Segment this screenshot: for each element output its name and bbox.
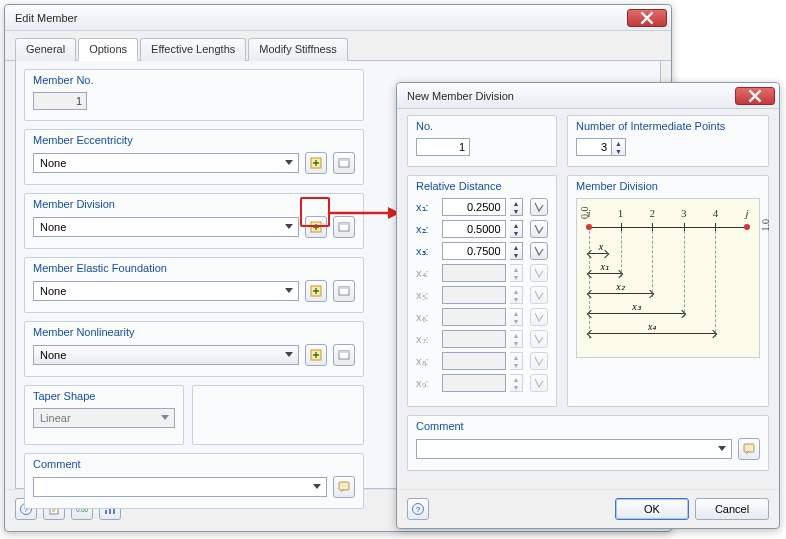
relative-distance-row: x₈:▲▼	[416, 352, 548, 370]
intermediate-legend: Number of Intermediate Points	[576, 120, 760, 132]
nonlinearity-legend: Member Nonlinearity	[33, 326, 355, 338]
relative-distance-field	[442, 374, 506, 392]
division-new-button[interactable]	[305, 216, 327, 238]
new-division-titlebar: New Member Division	[397, 83, 779, 109]
relative-distance-field	[442, 352, 506, 370]
relative-distance-row: x₁:▲▼	[416, 198, 548, 216]
relative-distance-row: x₃:▲▼	[416, 242, 548, 260]
relative-distance-label: x₉:	[416, 377, 438, 390]
cancel-button[interactable]: Cancel	[695, 498, 769, 520]
tab-modify-stiffness[interactable]: Modify Stiffness	[248, 38, 347, 61]
relative-distance-pick-button	[530, 330, 548, 348]
relative-distance-pick-button	[530, 286, 548, 304]
relative-distance-spinner: ▲▼	[510, 374, 524, 392]
new-division-footer: ? OK Cancel	[397, 489, 779, 528]
new-division-title-text: New Member Division	[407, 90, 514, 102]
elastic-library-button[interactable]	[333, 280, 355, 302]
ok-button[interactable]: OK	[615, 498, 689, 520]
relative-distance-pick-button	[530, 308, 548, 326]
group-nonlinearity: Member Nonlinearity None	[24, 321, 364, 377]
relative-distance-pick-button	[530, 352, 548, 370]
elastic-combo[interactable]: None	[33, 281, 299, 301]
division-comment-combo[interactable]	[416, 439, 732, 459]
chevron-down-icon	[282, 348, 296, 362]
division-preview-legend: Member Division	[576, 180, 760, 192]
relative-distance-row: x₉:▲▼	[416, 374, 548, 392]
nonlinearity-value: None	[40, 349, 66, 361]
relative-distance-spinner[interactable]: ▲▼	[510, 242, 524, 260]
relative-distance-pick-button[interactable]	[530, 220, 548, 238]
relative-distance-spinner[interactable]: ▲▼	[510, 198, 524, 216]
intermediate-count-field[interactable]	[576, 138, 612, 156]
division-combo[interactable]: None	[33, 217, 299, 237]
eccentricity-library-button[interactable]	[333, 152, 355, 174]
help-button[interactable]: ?	[407, 498, 429, 520]
chevron-down-icon	[310, 480, 324, 494]
preview-dim-x2: x₂	[616, 281, 624, 292]
nonlinearity-library-button[interactable]	[333, 344, 355, 366]
new-division-body: No. Number of Intermediate Points ▲▼ Rel…	[397, 109, 779, 489]
group-elastic: Member Elastic Foundation None	[24, 257, 364, 313]
division-value: None	[40, 221, 66, 233]
preview-dim-x1: x₁	[601, 261, 609, 272]
taper-combo: Linear	[33, 408, 175, 428]
relative-distance-label: x₁:	[416, 201, 438, 214]
svg-rect-12	[339, 482, 349, 490]
relative-distance-spinner: ▲▼	[510, 308, 524, 326]
relative-distance-label: x₃:	[416, 245, 438, 258]
division-preview: i 1 2 3 4 j 0.0 1.0	[576, 198, 760, 358]
svg-rect-11	[339, 351, 349, 353]
tab-strip: General Options Effective Lengths Modify…	[5, 31, 671, 61]
division-comment-legend: Comment	[416, 420, 760, 432]
preview-node-4: 4	[713, 207, 719, 219]
preview-dim-x4: x₄	[648, 321, 656, 332]
preview-dim-x3: x₃	[632, 301, 640, 312]
relative-distance-pick-button[interactable]	[530, 242, 548, 260]
relative-distance-row: x₅:▲▼	[416, 286, 548, 304]
relative-distance-field[interactable]	[442, 220, 506, 238]
relative-distance-pick-button	[530, 374, 548, 392]
division-library-button[interactable]	[333, 216, 355, 238]
eccentricity-new-button[interactable]	[305, 152, 327, 174]
relative-distance-spinner[interactable]: ▲▼	[510, 220, 524, 238]
relative-distance-row: x₇:▲▼	[416, 330, 548, 348]
svg-rect-17	[105, 510, 107, 514]
svg-rect-2	[339, 159, 349, 161]
relative-distance-label: x₇:	[416, 333, 438, 346]
relative-distance-spinner: ▲▼	[510, 286, 524, 304]
comment-pick-button[interactable]	[333, 476, 355, 498]
relative-distance-field[interactable]	[442, 198, 506, 216]
comment-legend: Comment	[33, 458, 355, 470]
elastic-value: None	[40, 285, 66, 297]
nonlinearity-new-button[interactable]	[305, 344, 327, 366]
eccentricity-combo[interactable]: None	[33, 153, 299, 173]
tab-general[interactable]: General	[15, 38, 76, 61]
intermediate-count-spinner[interactable]: ▲▼	[612, 138, 626, 156]
nonlinearity-combo[interactable]: None	[33, 345, 299, 365]
preview-node-3: 3	[681, 207, 687, 219]
elastic-legend: Member Elastic Foundation	[33, 262, 355, 274]
group-division-no: No.	[407, 115, 557, 167]
group-taper: Taper Shape Linear	[24, 385, 184, 445]
relative-distance-pick-button[interactable]	[530, 198, 548, 216]
relative-distance-spinner: ▲▼	[510, 330, 524, 348]
close-icon[interactable]	[627, 9, 667, 27]
elastic-new-button[interactable]	[305, 280, 327, 302]
tab-effective-lengths[interactable]: Effective Lengths	[140, 38, 246, 61]
close-icon[interactable]	[735, 87, 775, 105]
relative-distance-row: x₄:▲▼	[416, 264, 548, 282]
taper-preview-area	[192, 385, 364, 445]
tab-options[interactable]: Options	[78, 38, 138, 61]
group-division-preview: Member Division i 1 2 3 4	[567, 175, 769, 407]
relative-distance-label: x₈:	[416, 355, 438, 368]
edit-member-title-text: Edit Member	[15, 12, 77, 24]
comment-combo[interactable]	[33, 477, 327, 497]
division-comment-pick-button[interactable]	[738, 438, 760, 460]
group-relative-distance: Relative Distance x₁:▲▼x₂:▲▼x₃:▲▼x₄:▲▼x₅…	[407, 175, 557, 407]
relative-distance-field[interactable]	[442, 242, 506, 260]
svg-rect-8	[339, 287, 349, 289]
svg-rect-5	[339, 223, 349, 225]
taper-value: Linear	[40, 412, 71, 424]
relative-distance-label: x₆:	[416, 311, 438, 324]
division-no-field[interactable]	[416, 138, 470, 156]
